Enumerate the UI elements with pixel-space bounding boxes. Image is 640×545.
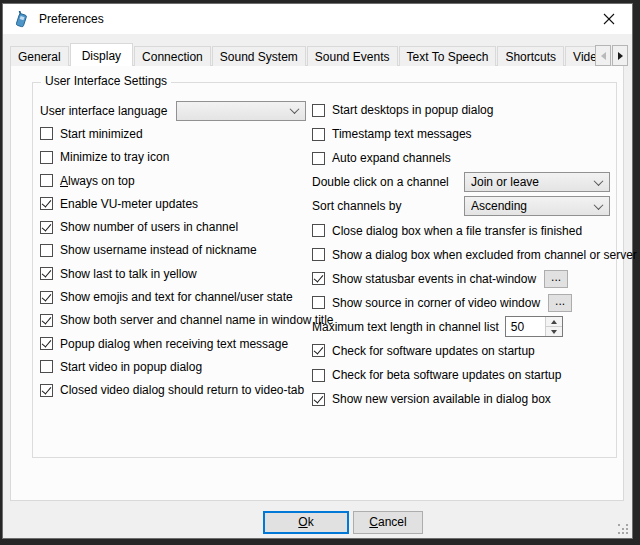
ok-button[interactable]: Ok	[263, 511, 349, 534]
spinner-down-button[interactable]	[546, 327, 562, 336]
title-bar[interactable]: Preferences	[3, 4, 632, 34]
checkbox[interactable]	[40, 197, 53, 210]
checkbox-row[interactable]: Start minimized	[40, 122, 306, 145]
tab-sound-system[interactable]: Sound System	[212, 46, 306, 66]
checkbox[interactable]	[312, 152, 325, 165]
tab-display[interactable]: Display	[70, 43, 133, 66]
left-column: User interface language Start minimized …	[40, 99, 306, 402]
checkbox-row[interactable]: Enable VU-meter updates	[40, 192, 306, 215]
checkbox[interactable]	[312, 248, 325, 261]
checkbox[interactable]	[40, 267, 53, 280]
checkbox[interactable]	[312, 224, 325, 237]
triangle-down-icon	[551, 330, 557, 334]
checkbox[interactable]	[40, 244, 53, 257]
checkbox[interactable]	[312, 296, 325, 309]
sort-channels-label: Sort channels by	[312, 199, 464, 213]
checkbox-label: Show statusbar events in chat-window	[332, 272, 536, 286]
max-text-length-spinner[interactable]: 50	[505, 316, 563, 337]
triangle-left-icon	[601, 52, 606, 60]
statusbar-events-row[interactable]: Show statusbar events in chat-window ...	[312, 267, 612, 291]
tab-strip: General Display Connection Sound System …	[10, 43, 598, 66]
double-click-row: Double click on a channel Join or leave	[312, 170, 612, 194]
checkbox-row[interactable]: Show number of users in channel	[40, 215, 306, 238]
double-click-value: Join or leave	[471, 175, 539, 189]
tab-scroll-left-button[interactable]	[595, 45, 611, 66]
checkbox-row[interactable]: Show username instead of nickname	[40, 239, 306, 262]
checkbox-label: Show both server and channel name in win…	[60, 313, 334, 327]
tab-scroll-right-button[interactable]	[612, 45, 628, 66]
spinner-buttons	[545, 317, 562, 336]
checkbox[interactable]	[40, 151, 53, 164]
chevron-down-icon	[594, 200, 604, 210]
tab-scroll-buttons	[594, 45, 628, 66]
checkbox-label: Show source in corner of video window	[332, 296, 540, 310]
checkbox-label: Show a dialog box when excluded from cha…	[332, 248, 637, 262]
tab-general[interactable]: General	[10, 46, 69, 66]
checkbox[interactable]	[40, 337, 53, 350]
language-row: User interface language	[40, 99, 306, 122]
video-source-options-button[interactable]: ...	[548, 294, 572, 312]
checkbox-row[interactable]: Start desktops in popup dialog	[312, 98, 612, 122]
checkbox[interactable]	[40, 360, 53, 373]
close-button[interactable]	[586, 4, 632, 34]
user-interface-settings-group: User Interface Settings User interface l…	[32, 82, 617, 458]
checkbox[interactable]	[312, 369, 325, 382]
group-title: User Interface Settings	[41, 74, 171, 88]
spinner-up-button[interactable]	[546, 317, 562, 327]
checkbox-row[interactable]: Show a dialog box when excluded from cha…	[312, 243, 612, 267]
sort-channels-combobox[interactable]: Ascending	[464, 196, 610, 216]
checkbox-label: Enable VU-meter updates	[60, 197, 198, 211]
checkbox[interactable]	[312, 344, 325, 357]
checkbox-row[interactable]: Show emojis and text for channel/user st…	[40, 285, 306, 308]
sort-channels-row: Sort channels by Ascending	[312, 194, 612, 218]
tab-connection[interactable]: Connection	[134, 46, 211, 66]
checkbox[interactable]	[312, 104, 325, 117]
checkbox-row[interactable]: Check for beta software updates on start…	[312, 363, 612, 387]
checkbox-row[interactable]: Minimize to tray icon	[40, 146, 306, 169]
video-source-row[interactable]: Show source in corner of video window ..…	[312, 291, 612, 315]
checkbox[interactable]	[40, 127, 53, 140]
language-combobox[interactable]	[176, 101, 306, 121]
checkbox[interactable]	[312, 272, 325, 285]
checkbox-row[interactable]: Check for software updates on startup	[312, 339, 612, 363]
checkbox-row[interactable]: Closed video dialog should return to vid…	[40, 379, 306, 402]
checkbox-row[interactable]: Show both server and channel name in win…	[40, 309, 306, 332]
checkbox-row[interactable]: Popup dialog when receiving text message	[40, 332, 306, 355]
checkbox-row[interactable]: Show last to talk in yellow	[40, 262, 306, 285]
checkbox-label: Popup dialog when receiving text message	[60, 337, 288, 351]
checkbox-label: Show last to talk in yellow	[60, 267, 197, 281]
max-text-length-value[interactable]: 50	[506, 317, 545, 336]
checkbox-row[interactable]: Close dialog box when a file transfer is…	[312, 218, 612, 242]
checkbox-label: Minimize to tray icon	[60, 150, 169, 164]
app-icon	[13, 11, 30, 28]
checkbox-label: Auto expand channels	[332, 151, 451, 165]
checkbox-label: Close dialog box when a file transfer is…	[332, 224, 582, 238]
checkbox-label: Check for beta software updates on start…	[332, 368, 561, 382]
checkbox-row[interactable]: Show new version available in dialog box	[312, 387, 612, 411]
tab-text-to-speech[interactable]: Text To Speech	[399, 46, 497, 66]
checkbox[interactable]	[40, 174, 53, 187]
checkbox-label: Always on top	[60, 174, 135, 188]
checkbox[interactable]	[40, 221, 53, 234]
checkbox-row[interactable]: Start video in popup dialog	[40, 355, 306, 378]
checkbox-label: Show username instead of nickname	[60, 243, 257, 257]
double-click-label: Double click on a channel	[312, 175, 464, 189]
checkbox[interactable]	[40, 384, 53, 397]
checkbox[interactable]	[40, 314, 53, 327]
statusbar-events-options-button[interactable]: ...	[544, 270, 568, 288]
checkbox-row[interactable]: Auto expand channels	[312, 146, 612, 170]
checkbox-label: Start minimized	[60, 127, 143, 141]
checkbox-row[interactable]: Timestamp text messages	[312, 122, 612, 146]
cancel-button[interactable]: Cancel	[353, 511, 423, 534]
close-icon	[603, 13, 615, 25]
tab-shortcuts[interactable]: Shortcuts	[497, 46, 564, 66]
tab-sound-events[interactable]: Sound Events	[307, 46, 398, 66]
checkbox-row[interactable]: Always on top	[40, 169, 306, 192]
checkbox[interactable]	[40, 291, 53, 304]
double-click-combobox[interactable]: Join or leave	[464, 172, 610, 192]
checkbox[interactable]	[312, 128, 325, 141]
checkbox[interactable]	[312, 393, 325, 406]
resize-grip-icon[interactable]	[617, 523, 628, 534]
display-tab-page: User Interface Settings User interface l…	[10, 65, 624, 501]
checkbox-label: Closed video dialog should return to vid…	[60, 383, 304, 397]
